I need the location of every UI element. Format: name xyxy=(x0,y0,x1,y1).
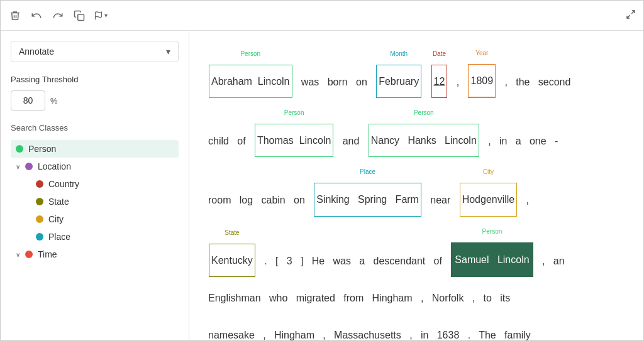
anno-line-3: room log cabin on Place Sinking Spring F… xyxy=(208,162,625,216)
svg-line-3 xyxy=(627,15,630,18)
annotate-label: Annotate xyxy=(19,46,54,57)
sidebar-item-state[interactable]: State xyxy=(11,193,179,210)
person-label: Person xyxy=(28,144,56,154)
svg-rect-0 xyxy=(78,14,84,20)
sinking-spring-box: Sinking Spring Farm xyxy=(314,183,421,216)
main-content: Annotate ▾ Passing Threshold % Search Cl… xyxy=(1,31,643,340)
year-annotation[interactable]: Year 1809 xyxy=(468,43,496,98)
sidebar-item-time[interactable]: ∨ Time xyxy=(11,246,179,263)
location-chevron: ∨ xyxy=(16,163,20,170)
samuel-lincoln-annotation[interactable]: Person Samuel Lincoln xyxy=(451,222,533,277)
year-tag: Year xyxy=(475,43,488,63)
country-dot xyxy=(36,180,43,188)
place-dot xyxy=(36,233,43,241)
anno-line-6: namesake , Hingham , Massachusetts , in … xyxy=(208,319,625,340)
text-child-of: child of xyxy=(208,136,251,146)
date-tag: Date xyxy=(433,44,446,64)
person-tag-3: Person xyxy=(414,103,434,123)
copy-icon[interactable] xyxy=(72,9,86,23)
state-dot xyxy=(36,198,43,205)
anno-line-2: child of Person Thomas Lincoln and Perso… xyxy=(208,103,625,157)
sidebar-item-city[interactable]: City xyxy=(11,210,179,228)
text-englishman: Englishman who migrated from Hingham , N… xyxy=(208,293,510,303)
toolbar: ▾ xyxy=(1,1,643,31)
chevron-down-icon: ▾ xyxy=(166,46,170,57)
february-annotation[interactable]: Month February xyxy=(376,44,421,98)
threshold-pct: % xyxy=(50,96,58,106)
text-the-second: , the second xyxy=(499,77,571,87)
undo-icon[interactable] xyxy=(30,9,43,23)
anno-line-1: Person Abraham Lincoln was born on Month… xyxy=(208,43,625,98)
text-was-born-on: was born on xyxy=(296,77,373,87)
person-tag-4: Person xyxy=(482,222,502,242)
samuel-lincoln-box: Samuel Lincoln xyxy=(451,242,533,277)
search-classes-label: Search Classes xyxy=(11,123,179,133)
abraham-lincoln-annotation[interactable]: Person Abraham Lincoln xyxy=(209,44,292,98)
text-near: near xyxy=(425,195,456,205)
time-dot xyxy=(25,251,33,258)
sidebar: Annotate ▾ Passing Threshold % Search Cl… xyxy=(1,31,189,340)
month-tag: Month xyxy=(390,44,408,64)
threshold-label: Passing Threshold xyxy=(11,75,179,84)
kentucky-box: Kentucky xyxy=(209,244,255,277)
sidebar-item-country[interactable]: Country xyxy=(11,175,179,193)
sinking-spring-annotation[interactable]: Place Sinking Spring Farm xyxy=(314,162,421,216)
text-namesake: namesake , Hingham , Massachusetts , in … xyxy=(208,330,531,340)
year-box: 1809 xyxy=(468,64,496,98)
abraham-lincoln-box: Abraham Lincoln xyxy=(209,65,292,98)
city-dot xyxy=(36,215,43,223)
date-annotation[interactable]: Date 12 xyxy=(431,44,448,98)
city-label: City xyxy=(48,214,64,224)
annotation-area: Person Abraham Lincoln was born on Month… xyxy=(189,31,643,340)
location-dot xyxy=(25,163,33,170)
city-tag: City xyxy=(483,162,494,182)
state-label: State xyxy=(48,197,69,207)
person-tag-1: Person xyxy=(240,44,260,64)
person-tag-2: Person xyxy=(284,103,304,123)
text-space1 xyxy=(425,77,428,87)
anno-line-5: Englishman who migrated from Hingham , N… xyxy=(208,282,625,314)
country-label: Country xyxy=(48,179,79,189)
text-an: , an xyxy=(536,256,564,266)
text-comma1: , xyxy=(451,77,465,87)
annotate-dropdown[interactable]: Annotate ▾ xyxy=(11,41,179,62)
text-and: and xyxy=(337,136,365,146)
expand-icon[interactable] xyxy=(626,9,636,21)
anno-line-4: State Kentucky . [ 3 ] He was a descenda… xyxy=(208,222,625,277)
location-label: Location xyxy=(38,161,71,171)
flag-icon[interactable]: ▾ xyxy=(94,9,108,23)
text-comma2: , xyxy=(521,195,529,205)
time-label: Time xyxy=(38,249,57,259)
sidebar-item-person[interactable]: Person xyxy=(11,140,179,158)
threshold-input[interactable] xyxy=(11,90,45,111)
nancy-hanks-box: Nancy Hanks Lincoln xyxy=(369,124,479,157)
trash-icon[interactable] xyxy=(8,9,22,23)
state-tag: State xyxy=(225,223,239,243)
sidebar-item-place[interactable]: Place xyxy=(11,228,179,246)
february-box: February xyxy=(376,65,421,98)
date-box: 12 xyxy=(431,65,448,98)
nancy-hanks-annotation[interactable]: Person Nancy Hanks Lincoln xyxy=(369,103,479,157)
thomas-lincoln-box: Thomas Lincoln xyxy=(255,124,333,157)
hodgenville-annotation[interactable]: City Hodgenville xyxy=(460,162,518,216)
place-tag: Place xyxy=(360,162,375,182)
thomas-lincoln-annotation[interactable]: Person Thomas Lincoln xyxy=(255,103,333,157)
svg-line-2 xyxy=(631,11,635,14)
text-brackets: . [ 3 ] He was a descendant of xyxy=(258,256,448,266)
redo-icon[interactable] xyxy=(51,9,65,23)
text-room-log-cabin: room log cabin on xyxy=(208,195,311,205)
threshold-row: % xyxy=(11,90,179,111)
sidebar-item-location[interactable]: ∨ Location xyxy=(11,158,179,175)
place-label: Place xyxy=(48,232,70,242)
time-chevron: ∨ xyxy=(16,251,20,258)
kentucky-annotation[interactable]: State Kentucky xyxy=(209,223,255,277)
text-in-a-one: , in a one - xyxy=(482,136,558,146)
person-dot xyxy=(16,145,23,153)
hodgenville-box: Hodgenville xyxy=(460,183,518,216)
